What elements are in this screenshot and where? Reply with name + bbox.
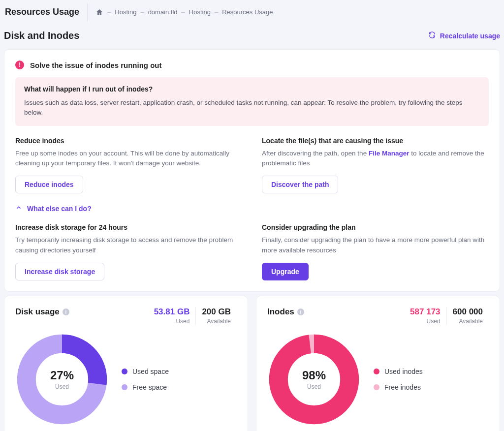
- inodes-avail-label: Available: [453, 318, 483, 325]
- disk-used-label: Used: [154, 318, 190, 325]
- reduce-title: Reduce inodes: [15, 137, 242, 145]
- legend-item-used: Used inodes: [374, 368, 423, 375]
- info-icon[interactable]: i: [63, 308, 69, 315]
- upgrade-body: Finally, consider upgrading the plan to …: [262, 235, 489, 256]
- warning-answer: Issues such as data loss, server restart…: [24, 98, 480, 118]
- disk-card: Disk usage i 53.81 GB Used 200 GB Availa…: [4, 296, 248, 431]
- legend-dot-free: [122, 384, 127, 390]
- disk-pct-label: Used: [55, 383, 69, 390]
- alert-card: ! Solve the issue of inodes running out …: [4, 49, 500, 292]
- inodes-title-text: Inodes: [267, 307, 294, 317]
- top-bar: Resources Usage – Hosting – domain.tld –…: [0, 0, 504, 21]
- disk-avail-value: 200 GB: [202, 307, 231, 317]
- section-title: Disk and Inodes: [4, 30, 79, 41]
- reduce-inodes-button[interactable]: Reduce inodes: [15, 176, 83, 193]
- expander-label: What else can I do?: [27, 205, 92, 213]
- inodes-pct: 98%: [302, 369, 326, 382]
- warning-box: What will happen if I run out of inodes?…: [15, 77, 489, 126]
- inodes-used-value: 587 173: [410, 307, 440, 317]
- actions-row-2: Increase disk storage for 24 hours Try t…: [15, 223, 489, 280]
- increase-storage-button[interactable]: Increase disk storage: [15, 263, 104, 280]
- page-title: Resources Usage: [4, 3, 88, 21]
- info-icon[interactable]: i: [297, 308, 304, 315]
- inodes-title: Inodes i: [267, 307, 304, 317]
- recalculate-button[interactable]: Recalculate usage: [428, 31, 500, 40]
- inodes-avail-value: 600 000: [453, 307, 483, 317]
- what-else-toggle[interactable]: What else can I do?: [15, 204, 489, 213]
- inodes-avail-col: 600 000 Available: [447, 307, 489, 325]
- locate-body-pre: After discovering the path, open the: [262, 150, 369, 157]
- breadcrumb-sep: –: [107, 8, 111, 16]
- disk-title-text: Disk usage: [15, 307, 60, 317]
- inodes-card: Inodes i 587 173 Used 600 000 Available: [256, 296, 500, 431]
- disk-title: Disk usage i: [15, 307, 69, 317]
- legend-dot-used: [374, 369, 379, 374]
- legend-label-used: Used inodes: [384, 368, 423, 375]
- actions-row-1: Reduce inodes Free up some inodes on you…: [15, 137, 489, 194]
- disk-used-value: 53.81 GB: [154, 307, 190, 317]
- increase-block: Increase disk storage for 24 hours Try t…: [15, 223, 242, 280]
- disk-chart-wrap: 27% Used Used space Free space: [15, 333, 237, 426]
- disk-header: Disk usage i 53.81 GB Used 200 GB Availa…: [15, 307, 237, 325]
- legend-item-free: Free space: [122, 383, 169, 391]
- inodes-used-col: 587 173 Used: [404, 307, 446, 325]
- breadcrumb-sep: –: [215, 8, 218, 16]
- breadcrumb-item[interactable]: Hosting: [189, 8, 211, 16]
- breadcrumb-item[interactable]: Resources Usage: [222, 8, 273, 16]
- breadcrumb-sep: –: [140, 8, 144, 16]
- locate-title: Locate the file(s) that are causing the …: [262, 137, 489, 145]
- upgrade-button[interactable]: Upgrade: [262, 263, 309, 280]
- discover-path-button[interactable]: Discover the path: [262, 176, 338, 193]
- disk-pct: 27%: [50, 369, 74, 382]
- disk-legend: Used space Free space: [122, 368, 169, 391]
- refresh-icon: [428, 31, 436, 40]
- increase-body: Try temporarily increasing disk storage …: [15, 235, 242, 256]
- inodes-header: Inodes i 587 173 Used 600 000 Available: [267, 307, 489, 325]
- disk-avail-label: Available: [202, 318, 231, 325]
- legend-dot-free: [374, 384, 379, 390]
- inodes-used-label: Used: [410, 318, 440, 325]
- inodes-numbers: 587 173 Used 600 000 Available: [404, 307, 489, 325]
- legend-label-free: Free inodes: [384, 383, 421, 391]
- disk-numbers: 53.81 GB Used 200 GB Available: [148, 307, 237, 325]
- disk-donut: 27% Used: [15, 333, 109, 426]
- inodes-legend: Used inodes Free inodes: [374, 368, 423, 391]
- alert-title: Solve the issue of inodes running out: [30, 61, 162, 69]
- reduce-block: Reduce inodes Free up some inodes on you…: [15, 137, 242, 194]
- disk-used-col: 53.81 GB Used: [148, 307, 196, 325]
- breadcrumb-item[interactable]: Hosting: [115, 8, 136, 16]
- legend-item-free: Free inodes: [374, 383, 423, 391]
- section-header: Disk and Inodes Recalculate usage: [0, 21, 504, 45]
- warning-question: What will happen if I run out of inodes?: [24, 85, 480, 93]
- inodes-donut: 98% Used: [267, 333, 361, 426]
- file-manager-link[interactable]: File Manager: [369, 150, 410, 157]
- alert-header: ! Solve the issue of inodes running out: [15, 61, 489, 69]
- legend-dot-used: [122, 369, 127, 374]
- breadcrumb-sep: –: [182, 8, 185, 16]
- locate-block: Locate the file(s) that are causing the …: [262, 137, 489, 194]
- upgrade-title: Consider upgrading the plan: [262, 223, 489, 231]
- locate-body: After discovering the path, open the Fil…: [262, 149, 489, 169]
- breadcrumb-item[interactable]: domain.tld: [148, 8, 178, 16]
- legend-label-free: Free space: [132, 383, 167, 391]
- stats-row: Disk usage i 53.81 GB Used 200 GB Availa…: [0, 296, 504, 431]
- legend-label-used: Used space: [132, 368, 169, 375]
- increase-title: Increase disk storage for 24 hours: [15, 223, 242, 231]
- disk-avail-col: 200 GB Available: [196, 307, 237, 325]
- legend-item-used: Used space: [122, 368, 169, 375]
- recalculate-label: Recalculate usage: [440, 32, 500, 40]
- upgrade-block: Consider upgrading the plan Finally, con…: [262, 223, 489, 280]
- inodes-chart-wrap: 98% Used Used inodes Free inodes: [267, 333, 489, 426]
- chevron-up-icon: [15, 204, 22, 213]
- inodes-pct-label: Used: [307, 383, 321, 390]
- home-icon[interactable]: [95, 8, 103, 16]
- reduce-body: Free up some inodes on your account. Thi…: [15, 149, 242, 169]
- breadcrumb: – Hosting – domain.tld – Hosting – Resou…: [95, 8, 273, 16]
- alert-icon: !: [15, 61, 24, 69]
